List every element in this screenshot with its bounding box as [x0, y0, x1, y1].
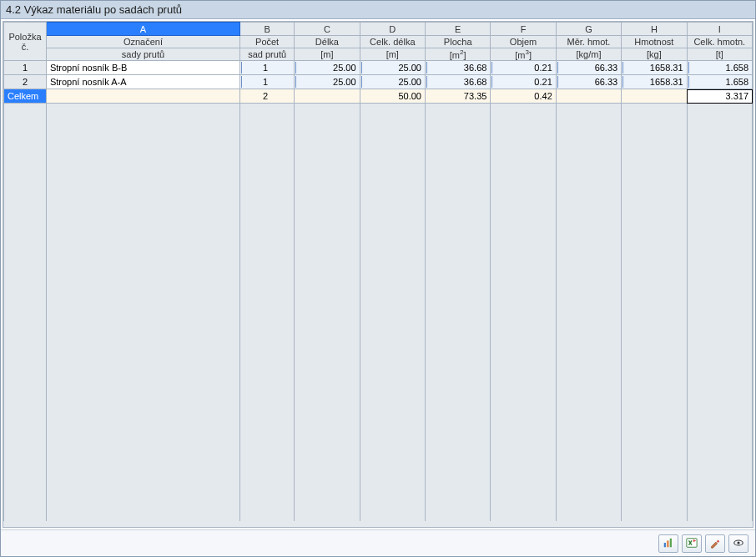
total-label: Celkem [4, 89, 47, 104]
col-letter-E[interactable]: E [425, 23, 490, 36]
color-picker-icon [709, 537, 721, 550]
svg-rect-1 [667, 540, 668, 547]
cell: 50.00 [360, 89, 425, 104]
col-letter-H[interactable]: H [622, 23, 687, 36]
excel-icon [686, 537, 698, 550]
cell[interactable]: 1 [240, 75, 295, 89]
cell[interactable]: 25.00 [295, 75, 360, 89]
material-grid[interactable]: Položka č. A B C D E F G H I Označení Po… [3, 21, 753, 528]
pick-button[interactable] [705, 534, 725, 553]
view-button[interactable] [728, 534, 748, 553]
col-header-I: Celk. hmotn. [687, 36, 752, 48]
svg-point-5 [737, 541, 739, 544]
chart-button[interactable] [658, 534, 678, 553]
cell[interactable]: 25.00 [360, 75, 425, 89]
col-sub-A: sady prutů [46, 48, 239, 61]
filler-row [4, 104, 753, 521]
cell[interactable]: 25.00 [360, 61, 425, 75]
cell[interactable]: 66.33 [556, 75, 621, 89]
col-letter-G[interactable]: G [556, 23, 621, 36]
col-header-B: Počet [240, 36, 295, 48]
col-sub-H: [kg] [622, 48, 687, 61]
col-header-F: Objem [491, 36, 556, 48]
cell [295, 89, 360, 104]
cell-label[interactable]: Stropní nosník B-B [46, 61, 239, 75]
cell [556, 89, 621, 104]
cell[interactable]: 0.21 [491, 75, 556, 89]
col-letter-C[interactable]: C [295, 23, 360, 36]
row-number[interactable]: 2 [4, 75, 47, 89]
total-row: Celkem250.0073.350.423.317 [4, 89, 753, 104]
col-letter-D[interactable]: D [360, 23, 425, 36]
cell[interactable]: 1.658 [687, 75, 752, 89]
cell[interactable]: 1658.31 [622, 61, 687, 75]
svg-rect-0 [664, 543, 666, 547]
bar-chart-icon [663, 537, 674, 550]
cell[interactable]: 1.658 [687, 61, 752, 75]
col-header-H: Hmotnost [622, 36, 687, 48]
col-sub-I: [t] [687, 48, 752, 61]
cell: 73.35 [425, 89, 490, 104]
table-row[interactable]: 1Stropní nosník B-B125.0025.0036.680.216… [4, 61, 753, 75]
col-header-E: Plocha [425, 36, 490, 48]
table-row[interactable]: 2Stropní nosník A-A125.0025.0036.680.216… [4, 75, 753, 89]
col-sub-F: [m3] [491, 48, 556, 61]
cell[interactable]: 1658.31 [622, 75, 687, 89]
bottom-toolbar [1, 529, 755, 556]
cell [622, 89, 687, 104]
cell [46, 89, 239, 104]
svg-rect-3 [687, 538, 697, 547]
cell: 0.42 [491, 89, 556, 104]
svg-rect-2 [670, 538, 672, 547]
cell[interactable]: 36.68 [425, 61, 490, 75]
cell[interactable]: 1 [240, 61, 295, 75]
col-letter-F[interactable]: F [491, 23, 556, 36]
col-sub-B: sad prutů [240, 48, 295, 61]
col-header-A: Označení [46, 36, 239, 48]
eye-icon [733, 537, 744, 550]
cell[interactable]: 25.00 [295, 61, 360, 75]
col-sub-E: [m2] [425, 48, 490, 61]
col-sub-C: [m] [295, 48, 360, 61]
panel-title: 4.2 Výkaz materiálu po sadách prutů [1, 1, 755, 19]
cell: 2 [240, 89, 295, 104]
cell[interactable]: 66.33 [556, 61, 621, 75]
col-letter-I[interactable]: I [687, 23, 752, 36]
cell[interactable]: 0.21 [491, 61, 556, 75]
export-excel-button[interactable] [682, 534, 702, 553]
cell-label[interactable]: Stropní nosník A-A [46, 75, 239, 89]
col-letter-B[interactable]: B [240, 23, 295, 36]
cell[interactable]: 36.68 [425, 75, 490, 89]
row-number[interactable]: 1 [4, 61, 47, 75]
col-letter-A[interactable]: A [46, 23, 239, 36]
cell-total-weight: 3.317 [687, 89, 752, 104]
col-sub-D: [m] [360, 48, 425, 61]
col-sub-G: [kg/m] [556, 48, 621, 61]
row-header-line1: Položka [4, 32, 46, 42]
col-header-C: Délka [295, 36, 360, 48]
row-header-line2: č. [4, 42, 46, 52]
col-header-G: Měr. hmot. [556, 36, 621, 48]
col-header-D: Celk. délka [360, 36, 425, 48]
